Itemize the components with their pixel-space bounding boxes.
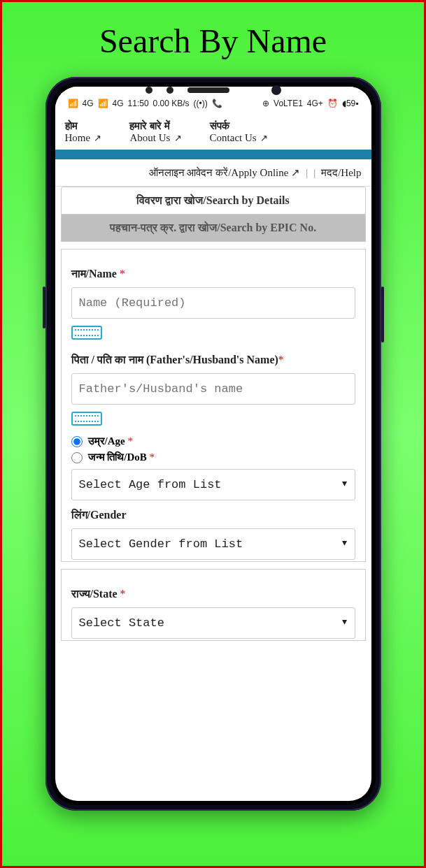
tab-search-by-details[interactable]: विवरण द्वारा खोज/Search by Details <box>61 187 366 215</box>
phone-frame: 📶 4G 📶 4G 11:50 0.00 KB/s ((•)) 📞 ⊕ VoLT… <box>45 77 381 811</box>
external-link-icon: ↗ <box>171 133 181 143</box>
name-label: नाम/Name * <box>71 268 355 280</box>
cast-icon: ⊕ <box>262 99 269 108</box>
phone-sensors <box>45 87 381 95</box>
divider-bar <box>55 150 371 159</box>
external-link-icon: ↗ <box>92 133 101 143</box>
age-select[interactable]: Select Age from List <box>71 469 355 500</box>
status-time: 11:50 <box>128 99 149 108</box>
state-label: राज्य/State * <box>71 588 355 600</box>
external-link-icon: ↗ <box>258 133 268 143</box>
apply-online-link[interactable]: ऑनलाइन आवेदन करें/Apply Online ↗ <box>149 166 301 179</box>
tabs: विवरण द्वारा खोज/Search by Details पहचान… <box>55 187 371 242</box>
phone-icon: 📞 <box>212 99 222 108</box>
name-input[interactable] <box>71 287 355 319</box>
dob-radio-label: जन्म तिथि/DoB * <box>88 451 155 463</box>
status-net: 0.00 KB/s <box>153 99 190 108</box>
page-title: Search By Name <box>2 2 424 77</box>
keyboard-icon[interactable] <box>71 326 102 340</box>
nav-about[interactable]: हमारे बारे में About Us ↗ <box>129 120 181 144</box>
age-radio-label: उम्र/Age * <box>88 435 133 447</box>
power-button <box>381 287 384 342</box>
signal-icon: 📶 <box>98 99 108 108</box>
dob-radio[interactable] <box>71 452 83 463</box>
father-label: पिता / पति का नाम (Father's/Husband's Na… <box>71 354 355 366</box>
form-card-name: नाम/Name * पिता / पति का नाम (Father's/H… <box>61 249 366 562</box>
battery-icon: ◖59▪ <box>342 99 359 108</box>
father-input[interactable] <box>71 373 355 405</box>
form-card-state: राज्य/State * Select State <box>61 569 366 641</box>
nav-home[interactable]: होम Home ↗ <box>65 120 102 144</box>
nav-bar: होम Home ↗ हमारे बारे में About Us ↗ संप… <box>55 115 371 148</box>
signal-icon: 📶 <box>68 99 78 108</box>
gender-select[interactable]: Select Gender from List <box>71 528 355 560</box>
external-link-icon: ↗ <box>291 167 300 178</box>
age-radio[interactable] <box>71 436 83 447</box>
tab-search-by-epic[interactable]: पहचान-पत्र क्र. द्वारा खोज/Search by EPI… <box>61 215 366 242</box>
form-area: नाम/Name * पिता / पति का नाम (Father's/H… <box>55 249 371 641</box>
wifi-icon: ((•)) <box>194 99 208 108</box>
gender-label: लिंग/Gender <box>71 509 355 521</box>
help-link[interactable]: मदद/Help <box>321 167 361 179</box>
nav-contact[interactable]: संपर्क Contact Us ↗ <box>210 120 268 144</box>
sub-bar: ऑनलाइन आवेदन करें/Apply Online ↗ | | मदद… <box>55 159 371 187</box>
alarm-icon: ⏰ <box>327 99 338 108</box>
volume-button <box>43 287 45 328</box>
state-select[interactable]: Select State <box>71 607 355 639</box>
keyboard-icon[interactable] <box>71 412 102 426</box>
